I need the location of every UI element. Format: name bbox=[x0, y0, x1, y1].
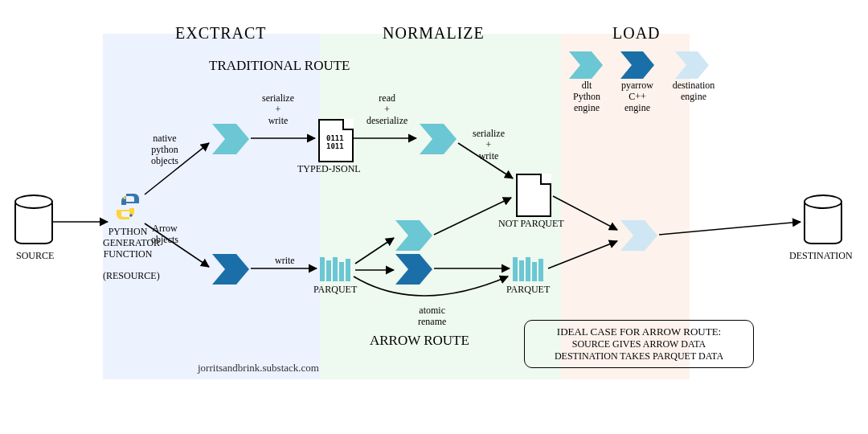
svg-line-7 bbox=[458, 143, 513, 178]
connector-arrows bbox=[0, 0, 868, 434]
svg-line-14 bbox=[548, 241, 617, 268]
svg-line-11 bbox=[434, 198, 511, 235]
svg-line-3 bbox=[145, 143, 209, 194]
svg-line-4 bbox=[145, 223, 209, 267]
svg-line-9 bbox=[355, 238, 394, 264]
svg-line-13 bbox=[553, 196, 617, 230]
svg-line-15 bbox=[659, 222, 800, 235]
